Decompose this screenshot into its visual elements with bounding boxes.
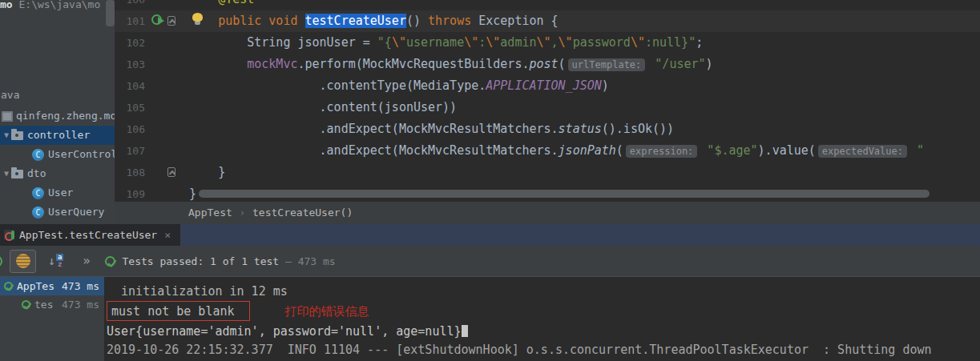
test-passed-icon — [22, 300, 30, 309]
line-number[interactable]: 107 — [115, 140, 145, 162]
project-item-dto[interactable]: ▼dto — [0, 164, 115, 183]
gutter-icons — [145, 0, 189, 10]
parameter-hint: expectedValue: — [818, 145, 907, 158]
project-panel: mo E:\ws\java\mo ava qinfeng.zheng.mo▼co… — [0, 0, 115, 224]
run-tab-strip: AppTest.testCreateUser × — [0, 224, 980, 246]
close-tab-icon[interactable]: × — [164, 229, 171, 241]
code-line-107[interactable]: 107 .andExpect(MockMvcResultMatchers.jso… — [115, 140, 980, 162]
test-passed-icon — [4, 282, 13, 291]
code-editor[interactable]: 100 @Test101 public void testCreateUser(… — [115, 0, 980, 202]
tests-status-text: Tests passed: 1 of 1 test – 473 ms — [122, 255, 335, 267]
code-text: .andExpect(MockMvcResultMatchers.jsonPat… — [189, 140, 924, 162]
run-tab-label: AppTest.testCreateUser — [19, 229, 157, 241]
line-number[interactable]: 106 — [115, 118, 145, 140]
line-number[interactable]: 100 — [115, 0, 145, 10]
code-line-105[interactable]: 105 .content(jsonUser)) — [115, 97, 980, 118]
tab-apptest-testcreateuser[interactable]: AppTest.testCreateUser × — [0, 224, 180, 246]
project-item-label: UserQuery — [48, 203, 104, 222]
code-text: .contentType(MediaType.APPLICATION_JSON) — [189, 75, 609, 97]
console-line-user: User{username='admin', password='null', … — [107, 323, 980, 341]
console-line-initialization: initialization in 12 ms — [107, 283, 980, 301]
test-tree-row[interactable]: tes473 ms — [0, 295, 104, 314]
project-item-usercontrol[interactable]: CUserControl — [0, 145, 115, 164]
project-tree-clipped-item[interactable]: ava — [1, 86, 19, 104]
class-icon: C — [32, 207, 44, 219]
show-ignored-toggle-button[interactable] — [10, 250, 36, 273]
gutter-icons — [145, 97, 189, 118]
test-name: AppTes — [17, 280, 54, 292]
test-duration: 473 ms — [62, 299, 104, 311]
junit-run-config-icon — [4, 230, 14, 240]
project-item-qinfeng-zheng-mo[interactable]: qinfeng.zheng.mo — [0, 106, 115, 126]
editor-hscrollbar-thumb[interactable] — [199, 190, 930, 198]
parameter-hint: expression: — [626, 145, 697, 158]
code-line-108[interactable]: 108 } — [115, 162, 980, 183]
test-duration: 473 ms — [62, 280, 104, 292]
window-title-path: E:\ws\java\mo — [18, 0, 100, 10]
gutter-icons — [145, 32, 189, 54]
console-output: initialization in 12 ms must not be blan… — [104, 277, 980, 361]
folder-icon — [11, 170, 23, 178]
code-text: public void testCreateUser() throws Exce… — [189, 10, 559, 32]
code-line-106[interactable]: 106 .andExpect(MockMvcResultMatchers.sta… — [115, 118, 980, 140]
project-item-label: UserControl — [48, 145, 115, 164]
project-item-label: qinfeng.zheng.mo — [16, 106, 115, 126]
ignored-filter-icon — [16, 254, 30, 268]
line-number[interactable]: 104 — [115, 75, 145, 97]
class-icon: C — [32, 187, 44, 199]
code-line-103[interactable]: 103 mockMvc.perform(MockMvcRequestBuilde… — [115, 54, 980, 75]
code-text: .andExpect(MockMvcResultMatchers.status(… — [189, 118, 674, 140]
code-line-104[interactable]: 104 .contentType(MediaType.APPLICATION_J… — [115, 75, 980, 97]
breadcrumb-method[interactable]: testCreateUser() — [252, 207, 353, 219]
project-item-label: controller — [27, 126, 90, 145]
project-scrollbar-thumb[interactable] — [106, 0, 115, 26]
gutter-icons — [145, 140, 189, 162]
gutter-icons — [145, 54, 189, 75]
more-actions-button[interactable]: » — [83, 254, 88, 268]
folder-icon — [11, 131, 23, 140]
gutter-icons — [145, 118, 189, 140]
line-number[interactable]: 109 — [115, 183, 145, 202]
sort-alphabetically-button[interactable]: ↓az — [48, 254, 63, 268]
breadcrumb-separator-icon: › — [240, 207, 245, 219]
expand-arrow-icon[interactable]: ▼ — [2, 126, 11, 145]
console-line-error: must not be blank打印的错误信息 — [107, 301, 980, 323]
breadcrumb-class[interactable]: AppTest — [188, 207, 232, 219]
breadcrumb: AppTest›testCreateUser() — [115, 202, 980, 224]
fold-region-icon[interactable] — [167, 167, 175, 177]
package-icon — [2, 111, 13, 122]
tests-passed-icon — [105, 256, 115, 267]
project-item-label: dto — [27, 164, 46, 183]
code-line-102[interactable]: 102 String jsonUser = "{\"username\":\"a… — [115, 32, 980, 54]
rerun-tests-icon[interactable] — [0, 255, 2, 267]
line-number[interactable]: 101 — [115, 10, 145, 32]
window-title-prefix: mo — [0, 0, 18, 10]
project-item-user[interactable]: CUser — [0, 183, 115, 203]
tests-status-time: – 473 ms — [285, 255, 336, 267]
run-test-icon[interactable] — [151, 14, 162, 25]
line-number[interactable]: 103 — [115, 54, 145, 75]
intention-bulb-icon[interactable] — [192, 13, 203, 22]
code-line-100[interactable]: 100 @Test — [115, 0, 980, 10]
parameter-hint: urlTemplate: — [568, 58, 646, 71]
ide-window: mo E:\ws\java\mo ava qinfeng.zheng.mo▼co… — [0, 0, 980, 361]
console-line-log: 2019-10-26 22:15:32.377 INFO 11104 --- [… — [107, 341, 980, 359]
expand-arrow-icon[interactable]: ▼ — [2, 164, 11, 183]
code-text: } — [189, 183, 196, 202]
project-item-controller[interactable]: ▼controller — [0, 126, 115, 145]
code-text: String jsonUser = "{\"username\":\"admin… — [189, 32, 703, 54]
line-number[interactable]: 108 — [115, 162, 145, 183]
gutter-icons — [145, 162, 189, 183]
code-text: @Test — [189, 0, 254, 10]
code-text: } — [189, 162, 225, 183]
line-number[interactable]: 102 — [115, 32, 145, 54]
code-line-101[interactable]: 101 public void testCreateUser() throws … — [115, 10, 980, 32]
test-tree-row[interactable]: AppTes473 ms — [0, 277, 104, 295]
project-item-userquery[interactable]: CUserQuery — [0, 203, 115, 222]
test-toolbar: ↓az » Tests passed: 1 of 1 test – 473 ms — [0, 246, 980, 277]
test-result-tree: AppTes473 mstes473 ms — [0, 277, 104, 361]
line-number[interactable]: 105 — [115, 97, 145, 118]
fold-region-icon[interactable] — [167, 16, 175, 26]
error-highlight-box: must not be blank — [107, 301, 250, 321]
window-title: mo E:\ws\java\mo — [0, 0, 100, 11]
